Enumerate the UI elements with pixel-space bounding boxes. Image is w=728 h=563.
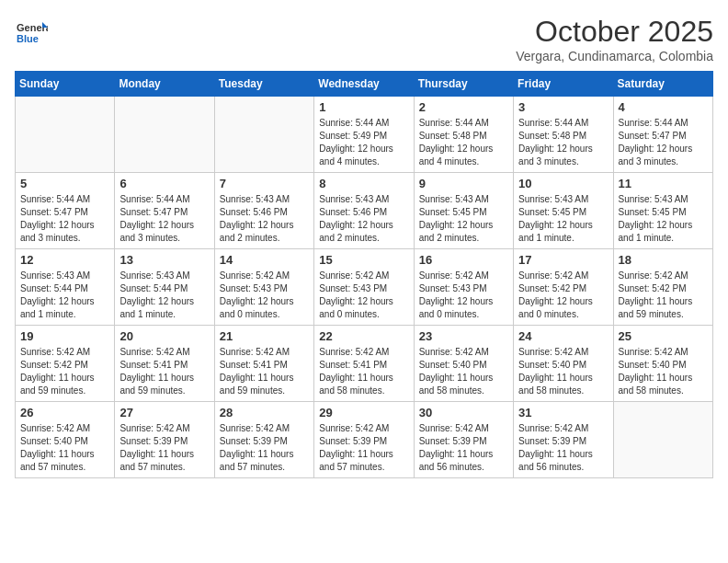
day-number: 3 <box>518 100 608 114</box>
day-info: Sunrise: 5:42 AM Sunset: 5:43 PM Dayligh… <box>220 270 309 321</box>
day-info: Sunrise: 5:42 AM Sunset: 5:41 PM Dayligh… <box>119 346 209 397</box>
calendar-cell: 30Sunrise: 5:42 AM Sunset: 5:39 PM Dayli… <box>414 402 513 478</box>
calendar-cell: 31Sunrise: 5:42 AM Sunset: 5:39 PM Dayli… <box>514 402 613 478</box>
calendar-cell: 20Sunrise: 5:42 AM Sunset: 5:41 PM Dayli… <box>115 326 214 402</box>
calendar-cell: 8Sunrise: 5:43 AM Sunset: 5:46 PM Daylig… <box>314 173 414 249</box>
day-number: 22 <box>319 329 408 343</box>
calendar-cell: 28Sunrise: 5:42 AM Sunset: 5:39 PM Dayli… <box>214 402 313 478</box>
day-number: 27 <box>119 406 209 419</box>
calendar-cell: 6Sunrise: 5:44 AM Sunset: 5:47 PM Daylig… <box>115 173 214 249</box>
calendar: SundayMondayTuesdayWednesdayThursdayFrid… <box>15 71 713 478</box>
day-info: Sunrise: 5:42 AM Sunset: 5:42 PM Dayligh… <box>20 346 109 397</box>
day-number: 24 <box>518 329 608 343</box>
calendar-cell: 9Sunrise: 5:43 AM Sunset: 5:45 PM Daylig… <box>414 173 513 249</box>
calendar-week-row: 19Sunrise: 5:42 AM Sunset: 5:42 PM Dayli… <box>16 326 713 402</box>
day-info: Sunrise: 5:43 AM Sunset: 5:44 PM Dayligh… <box>20 270 109 321</box>
day-info: Sunrise: 5:42 AM Sunset: 5:39 PM Dayligh… <box>419 422 508 474</box>
subtitle: Vergara, Cundinamarca, Colombia <box>516 49 713 63</box>
day-number: 30 <box>419 406 508 419</box>
day-number: 17 <box>518 253 608 267</box>
day-number: 12 <box>20 253 109 267</box>
day-number: 2 <box>419 100 508 114</box>
day-info: Sunrise: 5:43 AM Sunset: 5:45 PM Dayligh… <box>619 193 708 245</box>
weekday-header: Friday <box>514 72 613 97</box>
day-number: 20 <box>119 329 209 343</box>
calendar-cell: 2Sunrise: 5:44 AM Sunset: 5:48 PM Daylig… <box>414 97 513 173</box>
calendar-cell: 10Sunrise: 5:43 AM Sunset: 5:45 PM Dayli… <box>514 173 613 249</box>
day-number: 13 <box>119 253 209 267</box>
calendar-cell: 1Sunrise: 5:44 AM Sunset: 5:49 PM Daylig… <box>314 97 414 173</box>
month-title: October 2025 <box>516 15 713 49</box>
calendar-cell: 29Sunrise: 5:42 AM Sunset: 5:39 PM Dayli… <box>314 402 414 478</box>
day-number: 7 <box>220 177 309 190</box>
day-number: 11 <box>619 177 708 190</box>
calendar-cell: 4Sunrise: 5:44 AM Sunset: 5:47 PM Daylig… <box>613 97 712 173</box>
weekday-header: Saturday <box>613 72 712 97</box>
day-info: Sunrise: 5:43 AM Sunset: 5:46 PM Dayligh… <box>220 193 309 245</box>
day-info: Sunrise: 5:44 AM Sunset: 5:47 PM Dayligh… <box>119 193 209 245</box>
calendar-cell: 5Sunrise: 5:44 AM Sunset: 5:47 PM Daylig… <box>16 173 115 249</box>
day-number: 9 <box>419 177 508 190</box>
calendar-cell <box>16 97 115 173</box>
day-number: 15 <box>319 253 408 267</box>
calendar-cell: 18Sunrise: 5:42 AM Sunset: 5:42 PM Dayli… <box>613 249 712 326</box>
calendar-cell: 24Sunrise: 5:42 AM Sunset: 5:40 PM Dayli… <box>514 326 613 402</box>
day-number: 18 <box>619 253 708 267</box>
calendar-cell: 26Sunrise: 5:42 AM Sunset: 5:40 PM Dayli… <box>16 402 115 478</box>
day-info: Sunrise: 5:42 AM Sunset: 5:41 PM Dayligh… <box>319 346 408 397</box>
logo-icon: General Blue <box>15 15 48 48</box>
calendar-week-row: 1Sunrise: 5:44 AM Sunset: 5:49 PM Daylig… <box>16 97 713 173</box>
calendar-cell: 27Sunrise: 5:42 AM Sunset: 5:39 PM Dayli… <box>115 402 214 478</box>
calendar-cell <box>613 402 712 478</box>
calendar-week-row: 5Sunrise: 5:44 AM Sunset: 5:47 PM Daylig… <box>16 173 713 249</box>
calendar-cell: 19Sunrise: 5:42 AM Sunset: 5:42 PM Dayli… <box>16 326 115 402</box>
weekday-header: Thursday <box>414 72 513 97</box>
weekday-header: Tuesday <box>214 72 313 97</box>
day-number: 25 <box>619 329 708 343</box>
calendar-cell: 12Sunrise: 5:43 AM Sunset: 5:44 PM Dayli… <box>16 249 115 326</box>
day-number: 29 <box>319 406 408 419</box>
day-number: 5 <box>20 177 109 190</box>
calendar-cell: 11Sunrise: 5:43 AM Sunset: 5:45 PM Dayli… <box>613 173 712 249</box>
calendar-week-row: 26Sunrise: 5:42 AM Sunset: 5:40 PM Dayli… <box>16 402 713 478</box>
day-number: 16 <box>419 253 508 267</box>
day-info: Sunrise: 5:42 AM Sunset: 5:43 PM Dayligh… <box>419 270 508 321</box>
day-number: 10 <box>518 177 608 190</box>
day-info: Sunrise: 5:43 AM Sunset: 5:46 PM Dayligh… <box>319 193 408 245</box>
day-number: 19 <box>20 329 109 343</box>
calendar-cell: 23Sunrise: 5:42 AM Sunset: 5:40 PM Dayli… <box>414 326 513 402</box>
weekday-header: Sunday <box>16 72 115 97</box>
day-number: 23 <box>419 329 508 343</box>
calendar-cell: 21Sunrise: 5:42 AM Sunset: 5:41 PM Dayli… <box>214 326 313 402</box>
day-info: Sunrise: 5:42 AM Sunset: 5:40 PM Dayligh… <box>518 346 608 397</box>
day-info: Sunrise: 5:42 AM Sunset: 5:39 PM Dayligh… <box>220 422 309 474</box>
day-info: Sunrise: 5:42 AM Sunset: 5:39 PM Dayligh… <box>319 422 408 474</box>
calendar-week-row: 12Sunrise: 5:43 AM Sunset: 5:44 PM Dayli… <box>16 249 713 326</box>
day-number: 31 <box>518 406 608 419</box>
weekday-header-row: SundayMondayTuesdayWednesdayThursdayFrid… <box>16 72 713 97</box>
day-number: 21 <box>220 329 309 343</box>
day-info: Sunrise: 5:44 AM Sunset: 5:47 PM Dayligh… <box>20 193 109 245</box>
day-info: Sunrise: 5:42 AM Sunset: 5:43 PM Dayligh… <box>319 270 408 321</box>
day-info: Sunrise: 5:42 AM Sunset: 5:39 PM Dayligh… <box>518 422 608 474</box>
calendar-cell: 17Sunrise: 5:42 AM Sunset: 5:42 PM Dayli… <box>514 249 613 326</box>
day-info: Sunrise: 5:44 AM Sunset: 5:48 PM Dayligh… <box>518 117 608 168</box>
day-info: Sunrise: 5:42 AM Sunset: 5:40 PM Dayligh… <box>619 346 708 397</box>
day-number: 4 <box>619 100 708 114</box>
calendar-cell: 14Sunrise: 5:42 AM Sunset: 5:43 PM Dayli… <box>214 249 313 326</box>
day-info: Sunrise: 5:42 AM Sunset: 5:42 PM Dayligh… <box>619 270 708 321</box>
logo: General Blue <box>15 15 48 48</box>
calendar-cell: 13Sunrise: 5:43 AM Sunset: 5:44 PM Dayli… <box>115 249 214 326</box>
day-info: Sunrise: 5:43 AM Sunset: 5:45 PM Dayligh… <box>518 193 608 245</box>
day-number: 8 <box>319 177 408 190</box>
day-info: Sunrise: 5:44 AM Sunset: 5:49 PM Dayligh… <box>319 117 408 168</box>
day-number: 1 <box>319 100 408 114</box>
day-info: Sunrise: 5:42 AM Sunset: 5:39 PM Dayligh… <box>119 422 209 474</box>
day-info: Sunrise: 5:42 AM Sunset: 5:41 PM Dayligh… <box>220 346 309 397</box>
day-number: 14 <box>220 253 309 267</box>
calendar-cell: 16Sunrise: 5:42 AM Sunset: 5:43 PM Dayli… <box>414 249 513 326</box>
day-info: Sunrise: 5:43 AM Sunset: 5:45 PM Dayligh… <box>419 193 508 245</box>
calendar-cell: 3Sunrise: 5:44 AM Sunset: 5:48 PM Daylig… <box>514 97 613 173</box>
calendar-cell: 15Sunrise: 5:42 AM Sunset: 5:43 PM Dayli… <box>314 249 414 326</box>
weekday-header: Wednesday <box>314 72 414 97</box>
